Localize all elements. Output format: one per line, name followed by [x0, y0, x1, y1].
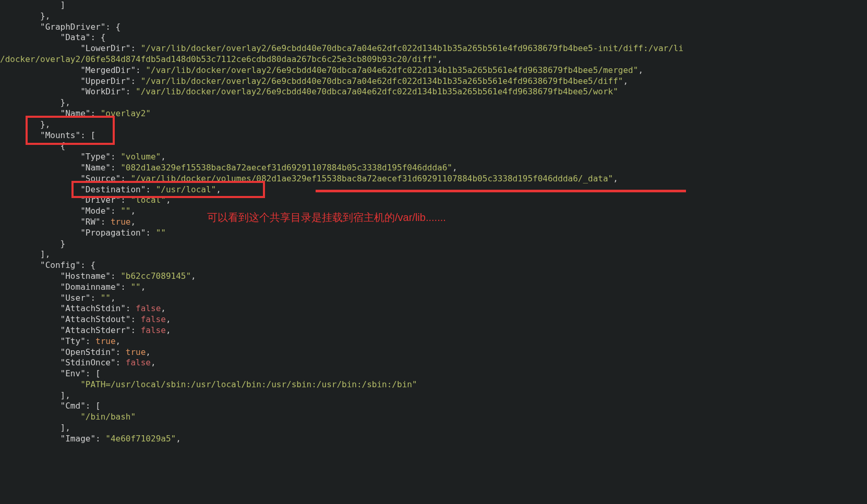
code-token: :: [126, 87, 136, 96]
code-token: :: [101, 217, 111, 227]
code-token: }: [61, 239, 66, 249]
code-token: ,: [130, 217, 136, 227]
code-token: "Hostname": [61, 271, 111, 281]
code-token: "Tty": [61, 336, 86, 346]
code-token: false: [126, 358, 151, 367]
code-token: "Image": [61, 434, 95, 444]
code-line: "User": "",: [0, 293, 867, 304]
code-token: false: [141, 314, 166, 324]
code-token: ,: [623, 76, 628, 86]
code-token: :: [146, 185, 155, 194]
code-line: "/bin/bash": [0, 412, 867, 423]
code-line: },: [0, 119, 867, 130]
code-token: "Data": [61, 32, 91, 42]
code-token: :: [126, 303, 136, 313]
code-token: ,: [191, 271, 196, 281]
code-token: "Cmd": [61, 401, 86, 411]
code-token: ,: [638, 65, 643, 75]
code-token: "": [156, 228, 166, 238]
code-token: "Mounts": [40, 130, 80, 140]
code-token: ,: [116, 336, 121, 346]
code-token: },: [40, 119, 50, 129]
code-line: "OpenStdin": true,: [0, 347, 867, 358]
code-token: "overlay2": [101, 108, 151, 118]
code-line: }: [0, 239, 867, 250]
code-token: :: [130, 325, 140, 335]
code-token: "/var/lib/docker/overlay2/6e9cbdd40e70db…: [141, 43, 683, 53]
code-token: "MergedDir": [80, 65, 136, 75]
code-line: "MergedDir": "/var/lib/docker/overlay2/6…: [0, 65, 867, 76]
code-line: "Mounts": [: [0, 130, 867, 141]
code-token: "GraphDriver": [40, 22, 105, 32]
code-token: :: [111, 152, 121, 162]
code-token: :: [130, 76, 140, 86]
code-token: :: [116, 347, 126, 357]
code-token: ,: [166, 195, 171, 205]
code-line: "StdinOnce": false,: [0, 358, 867, 368]
code-token: "Mode": [80, 206, 111, 216]
code-token: false: [141, 325, 166, 335]
code-token: ,: [166, 314, 171, 324]
code-token: "Destination": [80, 185, 146, 194]
code-token: ]: [61, 0, 66, 10]
code-token: "b62cc7089145": [121, 271, 191, 281]
code-token: ,: [437, 54, 442, 64]
code-token: "/var/lib/docker/overlay2/6e9cbdd40e70db…: [136, 87, 618, 96]
code-token: :: [130, 43, 140, 53]
code-token: ,: [176, 434, 181, 444]
code-token: "": [130, 282, 140, 292]
code-token: :: [121, 174, 130, 183]
code-line: "Hostname": "b62cc7089145",: [0, 271, 867, 282]
code-token: ,: [613, 174, 618, 183]
code-token: "/var/lib/docker/overlay2/6e9cbdd40e70db…: [141, 76, 623, 86]
code-line: "Propagation": "": [0, 228, 867, 239]
code-token: :: [95, 434, 105, 444]
code-line: "Cmd": [: [0, 401, 867, 412]
code-token: "local": [130, 195, 165, 205]
code-token: "StdinOnce": [61, 358, 116, 367]
code-token: ,: [151, 358, 156, 367]
code-token: ],: [61, 390, 70, 400]
code-line: "Tty": true,: [0, 336, 867, 347]
code-token: "Name": [80, 163, 111, 173]
code-token: ,: [111, 293, 116, 303]
code-line: ],: [0, 249, 867, 260]
code-token: "RW": [80, 217, 101, 227]
code-token: "/var/lib/docker/overlay2/6e9cbdd40e70db…: [146, 65, 638, 75]
code-token: :: [146, 228, 155, 238]
code-line: },: [0, 11, 867, 22]
code-token: :: [111, 163, 121, 173]
code-token: "Type": [80, 152, 111, 162]
code-line: "LowerDir": "/var/lib/docker/overlay2/6e…: [0, 43, 867, 54]
code-line: "Data": {: [0, 32, 867, 43]
code-token: ],: [61, 423, 70, 433]
code-token: "AttachStderr": [61, 325, 131, 335]
code-line: "Source": "/var/lib/docker/volumes/082d1…: [0, 174, 867, 185]
code-token: true: [111, 217, 131, 227]
code-token: ,: [216, 185, 221, 194]
code-token: },: [61, 97, 70, 107]
code-token: : {: [80, 260, 95, 270]
code-token: "Domainname": [61, 282, 121, 292]
code-token: :: [136, 65, 146, 75]
code-line: "AttachStdout": false,: [0, 314, 867, 325]
code-token: : [: [80, 130, 95, 140]
code-token: :: [130, 314, 140, 324]
code-token: : [: [86, 368, 101, 378]
code-line: "AttachStdin": false,: [0, 303, 867, 314]
code-token: "UpperDir": [80, 76, 130, 86]
code-line: ],: [0, 423, 867, 434]
code-token: "Name": [61, 108, 91, 118]
code-token: /docker/overlay2/06fe584d874fdb5ad148d0b…: [0, 54, 437, 64]
code-token: ,: [161, 303, 166, 313]
code-token: "": [101, 293, 111, 303]
code-line: "Name": "082d1ae329ef15538bac8a72aecef31…: [0, 163, 867, 174]
code-token: :: [86, 336, 95, 346]
code-token: : {: [105, 22, 121, 32]
code-line: ]: [0, 0, 867, 11]
code-token: :: [121, 195, 130, 205]
json-code-block[interactable]: ] }, "GraphDriver": { "Data": { "LowerDi…: [0, 0, 867, 445]
code-token: "/usr/local": [156, 185, 216, 194]
code-token: "AttachStdin": [61, 303, 126, 313]
code-token: ,: [452, 163, 457, 173]
